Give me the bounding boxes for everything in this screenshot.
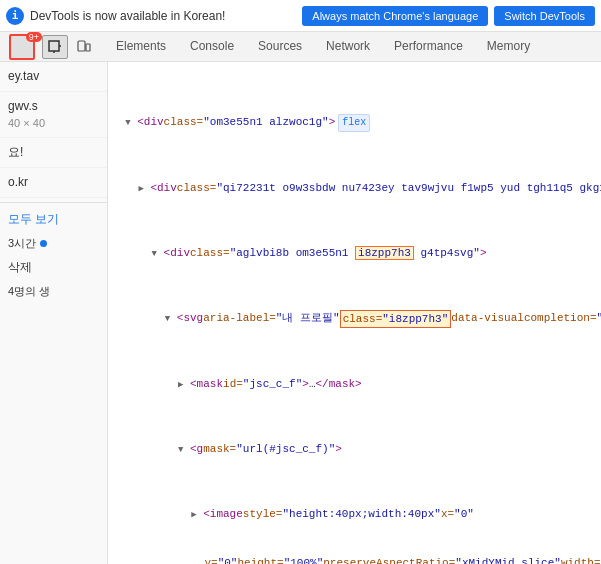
code-panel[interactable]: <div class="om3e55n1 alzwoc1g">flex <div… [108,62,601,564]
sidebar: ey.tav gwv.s 40 × 40 요! o.kr 모두 보기 3시간 삭… [0,62,108,564]
switch-devtools-button[interactable]: Switch DevTools [494,6,595,26]
sidebar-ko-1: 요! [8,145,23,159]
sidebar-item-4: o.kr [0,168,107,198]
notification-bar: i DevTools is now available in Korean! A… [0,0,601,32]
tab-bar: Elements Console Sources Network Perform… [104,32,542,61]
svg-rect-3 [78,41,85,51]
sidebar-text-2: gwv.s [8,99,38,113]
code-line-2: <div class="qi72231t o9w3sbdw nu7423ey t… [108,180,601,197]
sidebar-item-2: gwv.s 40 × 40 [0,92,107,139]
avatar-area: 9+ [4,34,40,60]
triangle-1[interactable] [125,114,137,131]
sidebar-text-1: ey.tav [8,69,39,83]
notification-text: DevTools is now available in Korean! [30,9,296,23]
toolbar-icons: 9+ [4,34,96,60]
sidebar-item-3: 요! [0,138,107,168]
sidebar-divider [0,202,107,203]
main-area: ey.tav gwv.s 40 × 40 요! o.kr 모두 보기 3시간 삭… [0,62,601,564]
svg-rect-0 [49,41,59,51]
code-line-8: y="0" height="100%" preserveAspectRatio=… [108,555,601,564]
sidebar-delete[interactable]: 삭제 [0,255,107,280]
match-language-button[interactable]: Always match Chrome's language [302,6,488,26]
tab-sources[interactable]: Sources [246,32,314,61]
code-line-1: <div class="om3e55n1 alzwoc1g">flex [108,114,601,132]
sidebar-time-item: 3시간 [0,232,107,255]
tab-elements[interactable]: Elements [104,32,178,61]
sidebar-count: 4명의 생 [0,280,107,303]
badge-count: 9+ [26,32,42,42]
triangle-7[interactable] [191,506,203,523]
device-toolbar-button[interactable] [70,35,96,59]
time-dot [40,240,47,247]
triangle-4[interactable] [165,310,177,327]
sidebar-item-1: ey.tav [0,62,107,92]
triangle-5[interactable] [178,376,190,393]
info-icon: i [6,7,24,25]
triangle-2[interactable] [138,180,150,197]
triangle-6[interactable] [178,441,190,458]
sidebar-size: 40 × 40 [8,117,45,129]
code-line-7: <image style="height:40px;width:40px" x=… [108,506,601,523]
svg-rect-4 [86,44,90,51]
code-line-6: <g mask="url(#jsc_c_f)"> [108,441,601,458]
tab-network[interactable]: Network [314,32,382,61]
code-line-3: <div class="aglvbi8b om3e55n1 i8zpp7h3 g… [108,245,601,262]
code-content: <div class="om3e55n1 alzwoc1g">flex <div… [108,62,601,564]
tab-console[interactable]: Console [178,32,246,61]
sidebar-text-4: o.kr [8,175,28,189]
tab-performance[interactable]: Performance [382,32,475,61]
code-line-5: <mask id="jsc_c_f">…</mask> [108,376,601,393]
triangle-3[interactable] [152,245,164,262]
toolbar: 9+ Elements Console Sources Network Perf… [0,32,601,62]
inspect-element-button[interactable] [42,35,68,59]
sidebar-text-5: 3시간 [8,236,36,251]
code-line-4: <svg aria-label="내 프로필" class="i8zpp7h3"… [108,310,601,328]
tab-memory[interactable]: Memory [475,32,542,61]
sidebar-view-all[interactable]: 모두 보기 [0,207,107,232]
